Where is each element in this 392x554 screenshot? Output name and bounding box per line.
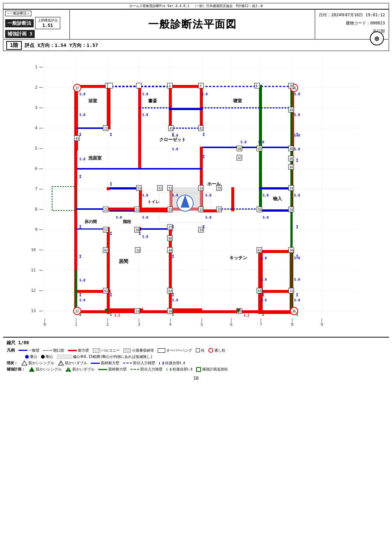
svg-rect-161 bbox=[136, 83, 142, 88]
svg-text:I: I bbox=[202, 132, 205, 137]
svg-text:43: 43 bbox=[75, 137, 79, 140]
legend-row-2: 重心 剛心 偏心率0.15範囲(剛心が内側にあれば低減無し) bbox=[7, 354, 389, 359]
svg-text:23: 23 bbox=[168, 208, 172, 212]
svg-text:60: 60 bbox=[168, 237, 172, 240]
svg-text:5.0: 5.0 bbox=[172, 194, 178, 197]
svg-text:9: 9 bbox=[320, 322, 323, 327]
svg-text:I: I bbox=[296, 158, 299, 163]
svg-text:5.0: 5.0 bbox=[294, 194, 300, 197]
method-small-label: ＜一般診断法＞ bbox=[5, 11, 31, 16]
svg-text:I: I bbox=[172, 293, 174, 297]
svg-rect-108 bbox=[259, 187, 293, 189]
svg-text:5: 5 bbox=[35, 146, 37, 151]
svg-text:3.2: 3.2 bbox=[243, 314, 249, 317]
svg-text:44: 44 bbox=[238, 147, 242, 151]
svg-rect-125 bbox=[107, 229, 110, 314]
svg-text:52: 52 bbox=[158, 187, 162, 190]
svg-text:4: 4 bbox=[169, 322, 171, 327]
svg-rect-83 bbox=[107, 85, 110, 129]
svg-text:5.0: 5.0 bbox=[172, 147, 178, 151]
svg-text:5.0: 5.0 bbox=[294, 92, 300, 96]
svg-text:5.0: 5.0 bbox=[294, 113, 300, 117]
svg-text:19: 19 bbox=[290, 187, 293, 190]
svg-text:11: 11 bbox=[31, 268, 35, 273]
svg-text:階段: 階段 bbox=[123, 219, 132, 224]
svg-text:5.0: 5.0 bbox=[142, 113, 148, 117]
svg-text:5: 5 bbox=[200, 322, 203, 327]
svg-text:42: 42 bbox=[200, 127, 203, 130]
svg-text:5.0: 5.0 bbox=[79, 298, 85, 302]
legend-row-3: 現状： 筋かいシングル 筋かいダブル 面材耐力壁 部分入力雑壁 Ⅰ Ⅱ 柱接合部… bbox=[7, 360, 389, 366]
svg-text:5.0: 5.0 bbox=[258, 140, 264, 144]
svg-text:41: 41 bbox=[170, 127, 173, 130]
svg-text:4: 4 bbox=[35, 126, 37, 130]
svg-text:I: I bbox=[262, 293, 265, 297]
svg-text:6: 6 bbox=[230, 322, 232, 327]
svg-text:5.0: 5.0 bbox=[79, 157, 85, 161]
svg-text:I: I bbox=[296, 254, 299, 259]
floorplan-svg: 1 2 3 4 5 6 7 8 9 10 11 12 13 bbox=[19, 52, 374, 333]
svg-rect-118 bbox=[138, 208, 171, 211]
svg-text:10: 10 bbox=[31, 247, 35, 252]
svg-rect-90 bbox=[169, 108, 203, 110]
svg-rect-140 bbox=[52, 187, 76, 211]
svg-text:57: 57 bbox=[104, 229, 108, 232]
svg-text:36: 36 bbox=[292, 310, 296, 313]
svg-text:5.0: 5.0 bbox=[205, 216, 211, 219]
svg-text:5.0: 5.0 bbox=[79, 92, 85, 96]
svg-marker-328 bbox=[29, 367, 34, 372]
svg-rect-109 bbox=[259, 209, 293, 212]
svg-text:45: 45 bbox=[258, 147, 262, 151]
svg-text:I: I bbox=[110, 312, 112, 317]
svg-text:5.0: 5.0 bbox=[79, 113, 85, 117]
legend-row-1: 凡例 一般壁 開口部 耐力壁 バルコニー 小屋裏収納等 bbox=[7, 348, 389, 353]
svg-text:I: I bbox=[296, 293, 299, 297]
legend-row-4: 補強計画： 筋かいシングル 筋かいダブル 面材耐力壁 部分入力雑壁 Ⅰ Ⅱ 柱接… bbox=[7, 367, 389, 372]
svg-text:26: 26 bbox=[290, 208, 293, 212]
method-name-label: 一般診断法 bbox=[5, 19, 34, 27]
page-number: 16 bbox=[3, 376, 389, 381]
svg-text:5.0: 5.0 bbox=[142, 216, 148, 219]
svg-text:5.0: 5.0 bbox=[202, 92, 208, 96]
svg-text:13: 13 bbox=[31, 308, 35, 313]
svg-rect-106 bbox=[231, 187, 234, 211]
svg-text:5.0: 5.0 bbox=[261, 256, 267, 260]
svg-text:3.2: 3.2 bbox=[114, 314, 120, 317]
svg-rect-139 bbox=[290, 85, 293, 313]
svg-text:洗面室: 洗面室 bbox=[88, 155, 102, 161]
svg-text:5.0: 5.0 bbox=[241, 140, 246, 144]
svg-text:65: 65 bbox=[258, 290, 262, 293]
svg-text:0: 0 bbox=[43, 322, 46, 327]
svg-rect-159 bbox=[108, 83, 113, 88]
svg-text:56: 56 bbox=[258, 208, 262, 212]
svg-text:I: I bbox=[79, 312, 82, 317]
floor-label: 1階 bbox=[6, 41, 22, 50]
svg-text:31: 31 bbox=[290, 290, 293, 293]
svg-text:I: I bbox=[172, 225, 174, 229]
svg-text:I: I bbox=[110, 182, 112, 187]
compass: ⊕ bbox=[370, 31, 384, 45]
svg-rect-126 bbox=[169, 229, 172, 314]
svg-text:キッチン: キッチン bbox=[229, 255, 247, 260]
svg-text:7: 7 bbox=[259, 322, 262, 327]
svg-text:I: I bbox=[296, 312, 299, 317]
svg-text:63: 63 bbox=[104, 290, 108, 293]
main-title: 一般診断法平面図 bbox=[70, 10, 315, 39]
svg-text:I: I bbox=[172, 254, 174, 259]
svg-text:8: 8 bbox=[256, 85, 258, 88]
svg-text:14: 14 bbox=[136, 249, 140, 252]
svg-text:4: 4 bbox=[169, 85, 171, 88]
score-x: 評点 X方向：1.54 bbox=[25, 42, 66, 49]
svg-text:53: 53 bbox=[168, 187, 172, 190]
svg-text:I: I bbox=[110, 132, 112, 137]
svg-text:6: 6 bbox=[35, 166, 37, 171]
svg-text:I: I bbox=[262, 312, 265, 317]
svg-text:書斎: 書斎 bbox=[148, 98, 157, 103]
svg-text:3: 3 bbox=[137, 322, 140, 327]
svg-text:5.0: 5.0 bbox=[294, 147, 300, 151]
svg-text:I: I bbox=[296, 225, 299, 229]
svg-text:5.0: 5.0 bbox=[79, 278, 85, 282]
svg-text:5.0: 5.0 bbox=[263, 194, 269, 197]
svg-text:47: 47 bbox=[238, 157, 242, 160]
svg-text:51: 51 bbox=[137, 187, 141, 190]
